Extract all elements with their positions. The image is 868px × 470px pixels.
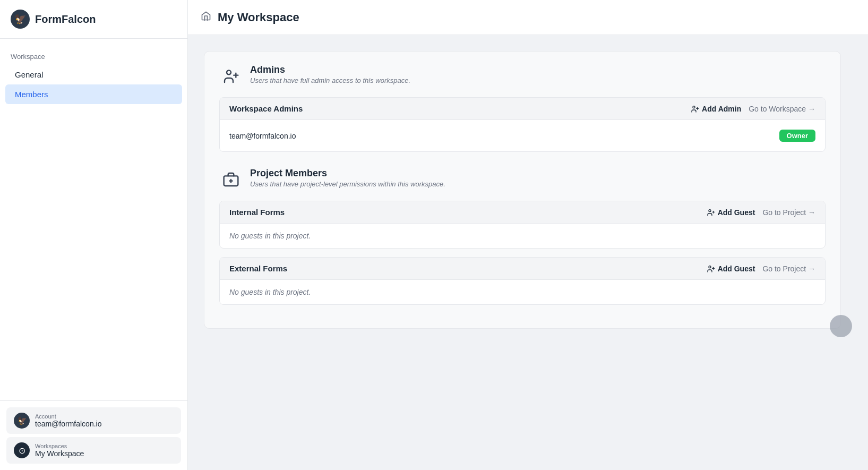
sidebar-members-label: Members [15, 90, 48, 99]
add-guest-internal-label: Add Guest [718, 208, 755, 217]
account-label: Account [35, 413, 101, 420]
goto-internal-link[interactable]: Go to Project → [762, 208, 815, 217]
add-guest-external-icon [707, 264, 715, 273]
workspace-admins-actions: Add Admin Go to Workspace → [691, 105, 815, 113]
home-icon [201, 11, 211, 24]
external-forms-subsection: External Forms Add Guest [219, 257, 826, 305]
account-email: team@formfalcon.io [35, 420, 101, 428]
admins-title: Admins [250, 64, 410, 75]
admins-desc: Users that have full admin access to thi… [250, 76, 410, 84]
internal-empty-text: No guests in this project. [229, 232, 311, 240]
member-email: team@formfalcon.io [229, 132, 296, 140]
logo-icon: 🦅 [11, 10, 30, 29]
app-logo-area[interactable]: 🦅 FormFalcon [0, 0, 187, 39]
goto-external-link[interactable]: Go to Project → [762, 264, 815, 273]
external-empty-text: No guests in this project. [229, 288, 311, 296]
workspaces-item[interactable]: ⊙ Workspaces My Workspace [6, 437, 181, 464]
app-name: FormFalcon [35, 13, 96, 25]
admins-title-group: Admins Users that have full admin access… [250, 64, 410, 84]
project-members-icon-box [219, 168, 243, 191]
workspace-text-group: Workspaces My Workspace [35, 443, 84, 458]
content-card: Admins Users that have full admin access… [204, 51, 841, 329]
project-members-title: Project Members [250, 168, 445, 179]
svg-point-9 [709, 209, 711, 211]
internal-forms-subsection: Internal Forms Add Guest [219, 201, 826, 249]
account-text-group: Account team@formfalcon.io [35, 413, 101, 428]
add-guest-internal-icon [707, 208, 715, 217]
owner-badge: Owner [779, 130, 815, 142]
topbar: My Workspace [188, 0, 868, 35]
add-guest-internal-button[interactable]: Add Guest [707, 208, 755, 217]
admins-section: Admins Users that have full admin access… [219, 64, 826, 152]
internal-forms-header: Internal Forms Add Guest [220, 201, 825, 224]
admins-icon-box [219, 64, 243, 88]
svg-point-12 [709, 266, 711, 268]
sidebar-item-general[interactable]: General [0, 65, 187, 84]
admins-icon [222, 67, 239, 84]
sidebar-item-members[interactable]: Members [5, 84, 182, 104]
workspace-admins-subsection: Workspace Admins Add Admin [219, 97, 826, 152]
content-area: Admins Users that have full admin access… [188, 35, 868, 470]
scroll-indicator [830, 315, 852, 337]
internal-forms-actions: Add Guest Go to Project → [707, 208, 815, 217]
project-members-title-group: Project Members Users that have project-… [250, 168, 445, 188]
add-guest-external-label: Add Guest [718, 264, 755, 273]
project-members-icon [222, 171, 239, 188]
sidebar-general-label: General [15, 70, 43, 79]
admins-section-header: Admins Users that have full admin access… [219, 64, 826, 88]
sidebar-bottom: 🦅 Account team@formfalcon.io ⊙ Workspace… [0, 400, 187, 470]
account-icon: 🦅 [14, 413, 30, 429]
project-members-section: Project Members Users that have project-… [219, 168, 826, 305]
account-item[interactable]: 🦅 Account team@formfalcon.io [6, 407, 181, 434]
workspace-name: My Workspace [35, 449, 84, 458]
sidebar-section-workspace-label: Workspace [0, 49, 187, 65]
svg-point-3 [693, 106, 695, 108]
workspace-admins-title: Workspace Admins [229, 104, 303, 113]
external-forms-body: No guests in this project. [220, 280, 825, 304]
sidebar: 🦅 FormFalcon Workspace General Members 🦅… [0, 0, 188, 470]
add-admin-label: Add Admin [702, 105, 741, 113]
page-title: My Workspace [218, 11, 299, 24]
sidebar-nav: Workspace General Members [0, 39, 187, 400]
add-guest-external-button[interactable]: Add Guest [707, 264, 755, 273]
workspaces-label: Workspaces [35, 443, 84, 449]
internal-forms-title: Internal Forms [229, 208, 285, 217]
add-admin-icon [691, 105, 699, 113]
workspace-admins-header: Workspace Admins Add Admin [220, 98, 825, 120]
external-forms-actions: Add Guest Go to Project → [707, 264, 815, 273]
workspace-admins-body: team@formfalcon.io Owner [220, 120, 825, 151]
internal-forms-body: No guests in this project. [220, 224, 825, 248]
project-members-header: Project Members Users that have project-… [219, 168, 826, 191]
add-admin-button[interactable]: Add Admin [691, 105, 741, 113]
project-members-desc: Users that have project-level permission… [250, 180, 445, 188]
main-area: My Workspace Admins U [188, 0, 868, 470]
svg-point-0 [227, 70, 231, 74]
goto-workspace-link[interactable]: Go to Workspace → [749, 105, 815, 113]
external-forms-header: External Forms Add Guest [220, 258, 825, 280]
table-row: team@formfalcon.io Owner [229, 127, 815, 144]
external-forms-title: External Forms [229, 264, 287, 273]
workspace-icon: ⊙ [14, 442, 30, 458]
